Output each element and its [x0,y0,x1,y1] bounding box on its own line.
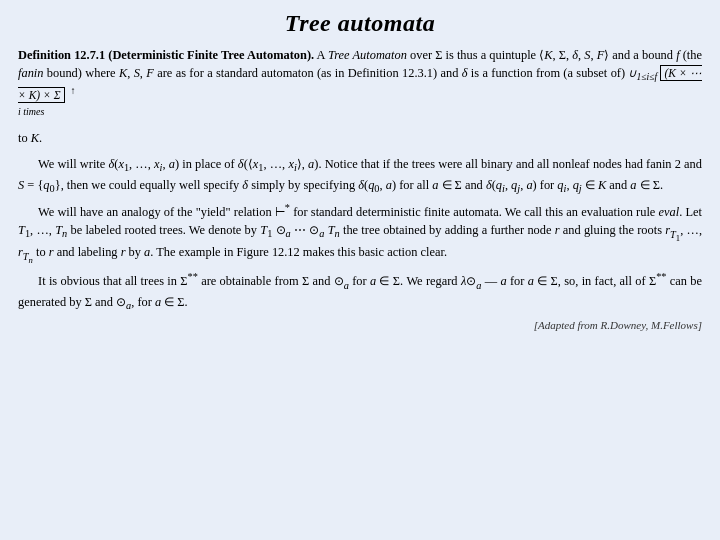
paragraph-2: We will have an analogy of the "yield" r… [18,201,702,266]
content-area: Definition 12.7.1 (Deterministic Finite … [18,47,702,530]
paragraph-1: We will write δ(x1, …, xi, a) in place o… [18,156,702,197]
attribution: [Adapted from R.Downey, M.Fellows] [18,318,702,334]
union-notation: ∪1≤i≤f [628,67,657,79]
paragraph-3: It is obvious that all trees in Σ** are … [18,270,702,314]
definition-name: (Deterministic Finite Tree Automaton). [108,48,314,62]
definition-block: Definition 12.7.1 (Deterministic Finite … [18,47,702,126]
page-title: Tree automata [18,10,702,37]
to-K-line: to K. [18,130,702,148]
page: Tree automata Definition 12.7.1 (Determi… [0,0,720,540]
definition-label: Definition 12.7.1 [18,48,105,62]
